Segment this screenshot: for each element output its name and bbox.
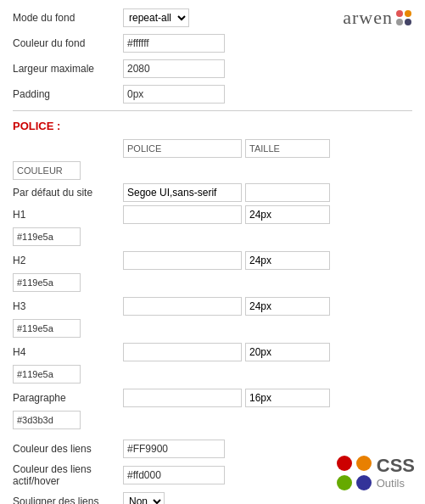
logo-text: arwen bbox=[343, 7, 393, 29]
paragraphe-section: Paragraphe bbox=[13, 389, 412, 429]
css-outils-text: CSS Outils bbox=[377, 455, 415, 490]
css-dot-orange bbox=[356, 456, 372, 471]
souligner-label: Souligner des liens bbox=[13, 496, 123, 504]
couleur-actif-label: Couleur des liens actif/hover bbox=[13, 463, 123, 487]
par-defaut-font-input[interactable] bbox=[123, 183, 242, 202]
logo-dot-3 bbox=[396, 19, 403, 25]
h3-font-row: H3 bbox=[13, 297, 412, 316]
css-dot-green bbox=[337, 475, 352, 490]
par-defaut-size-input[interactable] bbox=[245, 183, 330, 202]
couleur-liens-input[interactable] bbox=[123, 440, 225, 458]
h1-color-row bbox=[13, 226, 412, 246]
h3-size-input[interactable] bbox=[245, 297, 330, 316]
h1-font-input[interactable] bbox=[123, 205, 242, 224]
logo-dot-4 bbox=[405, 19, 411, 25]
paragraphe-size-input[interactable] bbox=[245, 389, 330, 407]
divider bbox=[13, 110, 412, 111]
h2-color-input[interactable] bbox=[13, 273, 81, 292]
h4-color-row bbox=[13, 363, 412, 384]
h4-size-input[interactable] bbox=[245, 343, 330, 361]
couleur-actif-input[interactable] bbox=[123, 466, 225, 484]
h1-section: H1 bbox=[13, 205, 412, 246]
souligner-select[interactable]: Non Oui bbox=[123, 492, 165, 504]
largeur-maximale-input[interactable] bbox=[123, 59, 225, 78]
h4-section: H4 bbox=[13, 343, 412, 384]
paragraphe-color-input[interactable] bbox=[13, 411, 81, 429]
padding-input[interactable] bbox=[123, 85, 225, 104]
padding-row: Padding bbox=[13, 85, 412, 104]
h2-font-row: H2 bbox=[13, 251, 412, 270]
h2-label: H2 bbox=[13, 255, 123, 266]
h2-color-row bbox=[13, 272, 412, 292]
logo-dot-2 bbox=[405, 10, 411, 17]
couleur-label: COULEUR bbox=[13, 161, 81, 180]
css-dot-red bbox=[337, 456, 352, 471]
logo-dot-1 bbox=[396, 10, 403, 17]
padding-label: Padding bbox=[13, 88, 123, 100]
couleur-header-row: COULEUR bbox=[13, 161, 412, 180]
col-taille-header: TAILLE bbox=[245, 139, 330, 158]
police-section-title: POLICE : bbox=[13, 120, 412, 132]
css-subtext: Outils bbox=[377, 477, 415, 490]
h4-font-row: H4 bbox=[13, 343, 412, 361]
h1-size-input[interactable] bbox=[245, 205, 330, 224]
h4-font-input[interactable] bbox=[123, 343, 242, 361]
h3-font-input[interactable] bbox=[123, 297, 242, 316]
h4-color-input[interactable] bbox=[13, 365, 81, 384]
couleur-du-fond-input[interactable] bbox=[123, 34, 225, 53]
par-defaut-label: Par défaut du site bbox=[13, 187, 123, 199]
h2-section: H2 bbox=[13, 251, 412, 292]
h3-color-input[interactable] bbox=[13, 319, 81, 338]
mode-du-fond-label: Mode du fond bbox=[13, 12, 123, 24]
h1-label: H1 bbox=[13, 209, 123, 221]
h3-color-row bbox=[13, 317, 412, 338]
paragraphe-font-row: Paragraphe bbox=[13, 389, 412, 407]
souligner-row: Souligner des liens Non Oui bbox=[13, 492, 412, 504]
h1-font-row: H1 bbox=[13, 205, 412, 224]
logo-dots bbox=[396, 10, 415, 25]
mode-du-fond-select[interactable]: repeat-all repeat-x repeat-y no-repeat c… bbox=[123, 8, 189, 27]
largeur-maximale-row: Largeur maximale bbox=[13, 59, 412, 78]
largeur-maximale-label: Largeur maximale bbox=[13, 63, 123, 75]
h2-size-input[interactable] bbox=[245, 251, 330, 270]
col-police-header: POLICE bbox=[123, 139, 242, 158]
couleur-du-fond-label: Couleur du fond bbox=[13, 37, 123, 49]
paragraphe-color-row bbox=[13, 409, 412, 429]
paragraphe-label: Paragraphe bbox=[13, 392, 123, 404]
font-table-header: POLICE TAILLE bbox=[123, 139, 412, 158]
h3-section: H3 bbox=[13, 297, 412, 338]
css-dot-blue bbox=[356, 475, 372, 490]
h1-color-input[interactable] bbox=[13, 227, 81, 246]
couleur-liens-label: Couleur des liens bbox=[13, 443, 123, 455]
css-text: CSS bbox=[377, 455, 415, 477]
h3-label: H3 bbox=[13, 300, 123, 312]
arwen-logo: arwen bbox=[343, 7, 415, 29]
paragraphe-font-input[interactable] bbox=[123, 389, 242, 407]
css-outils-logo: CSS Outils bbox=[337, 455, 415, 490]
par-defaut-row: Par défaut du site bbox=[13, 183, 412, 202]
css-outils-dots bbox=[337, 456, 372, 490]
h4-label: H4 bbox=[13, 346, 123, 358]
couleur-du-fond-row: Couleur du fond bbox=[13, 34, 412, 53]
h2-font-input[interactable] bbox=[123, 251, 242, 270]
